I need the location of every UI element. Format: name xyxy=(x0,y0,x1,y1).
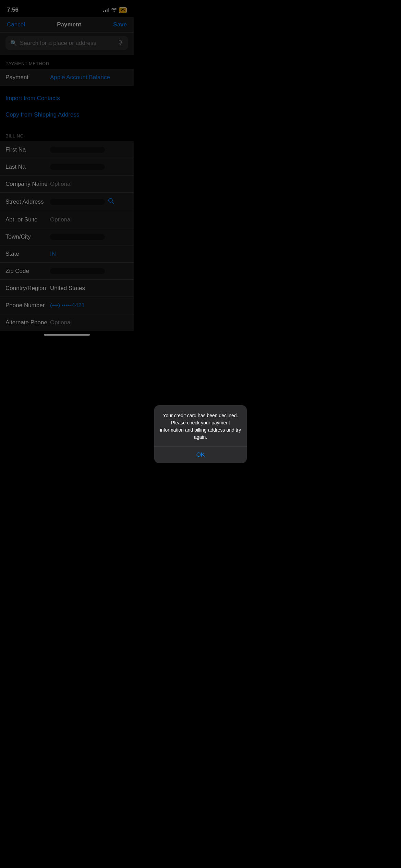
alert-overlay: Your credit card has been declined. Plea… xyxy=(0,0,134,339)
